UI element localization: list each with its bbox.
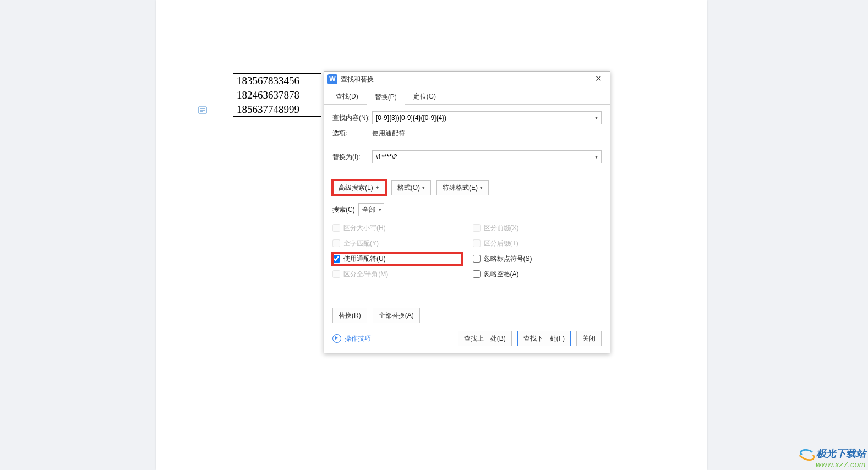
checkbox [332, 224, 340, 232]
table-row[interactable]: 183567833456 [233, 74, 321, 88]
dialog-body: 查找内容(N): ▾ 选项: 使用通配符 替换为(I): ▾ 高级搜索(L) ✦… [324, 105, 610, 353]
button-label: 全部替换(A) [379, 311, 414, 320]
search-scope-value: 全部 [362, 205, 375, 215]
phone-cell[interactable]: 182463637878 [233, 88, 321, 102]
tab-goto[interactable]: 定位(G) [405, 88, 444, 104]
close-button[interactable]: 关闭 [576, 331, 602, 346]
options-value: 使用通配符 [372, 129, 405, 138]
checkbox-label: 区分前缀(X) [484, 223, 519, 233]
check-whole-word: 全字匹配(Y) [332, 237, 462, 249]
special-format-button[interactable]: 特殊格式(E) ▾ [436, 180, 489, 195]
advanced-search-button[interactable]: 高级搜索(L) ✦ [332, 180, 386, 195]
chevron-down-icon: ▾ [379, 207, 381, 212]
button-label: 高级搜索(L) [339, 183, 373, 193]
checkbox[interactable] [473, 255, 481, 263]
find-next-button[interactable]: 查找下一处(F) [517, 331, 571, 346]
format-button[interactable]: 格式(O) ▾ [391, 180, 431, 195]
phone-cell[interactable]: 185637748999 [233, 102, 321, 117]
phone-table[interactable]: 183567833456 182463637878 185637748999 [233, 73, 321, 117]
close-icon[interactable]: ✕ [587, 72, 610, 87]
button-label: 查找下一处(F) [523, 334, 565, 343]
check-ignore-space[interactable]: 忽略空格(A) [473, 268, 602, 280]
collapse-up-icon: ✦ [375, 185, 380, 190]
table-row[interactable]: 185637748999 [233, 102, 321, 117]
chevron-down-icon[interactable]: ▾ [591, 151, 601, 163]
search-options-grid: 区分大小写(H) 区分前缀(X) 全字匹配(Y) 区分后缀(T) 使用通配符(U… [332, 222, 602, 280]
checkbox [332, 270, 340, 278]
checkbox-label: 区分大小写(H) [343, 223, 386, 233]
tips-link[interactable]: 操作技巧 [332, 334, 371, 343]
dialog-tabs: 查找(D) 替换(P) 定位(G) [324, 87, 610, 105]
dialog-title: 查找和替换 [341, 75, 374, 84]
checkbox [332, 239, 340, 247]
button-label: 替换(R) [339, 311, 361, 320]
replace-all-button[interactable]: 全部替换(A) [373, 308, 420, 323]
replace-with-label: 替换为(I): [332, 152, 372, 162]
watermark-title: 极光下载站 [816, 447, 866, 460]
check-suffix: 区分后缀(T) [473, 237, 602, 249]
find-content-label: 查找内容(N): [332, 113, 372, 123]
checkbox[interactable] [473, 270, 481, 278]
watermark-url: www.xz7.com [798, 460, 866, 469]
table-row[interactable]: 182463637878 [233, 88, 321, 102]
replace-with-combo[interactable]: ▾ [372, 150, 602, 163]
button-label: 格式(O) [397, 183, 420, 193]
search-scope-label: 搜索(C) [332, 205, 355, 215]
replace-button[interactable]: 替换(R) [332, 308, 367, 323]
tab-find[interactable]: 查找(D) [327, 88, 367, 104]
checkbox [473, 239, 481, 247]
check-wildcard[interactable]: 使用通配符(U) [332, 253, 462, 265]
check-prefix: 区分前缀(X) [473, 222, 602, 234]
find-prev-button[interactable]: 查找上一处(B) [458, 331, 512, 346]
phone-cell[interactable]: 183567833456 [233, 74, 321, 88]
find-replace-dialog: W 查找和替换 ✕ 查找(D) 替换(P) 定位(G) 查找内容(N): ▾ 选… [324, 71, 610, 353]
checkbox-label: 使用通配符(U) [343, 254, 386, 264]
button-label: 关闭 [582, 334, 596, 343]
options-label: 选项: [332, 129, 372, 138]
checkbox-label: 区分全/半角(M) [343, 270, 388, 279]
check-full-half: 区分全/半角(M) [332, 268, 462, 280]
watermark-swoosh-icon [798, 448, 814, 459]
replace-with-input[interactable] [373, 151, 591, 163]
check-case: 区分大小写(H) [332, 222, 462, 234]
button-label: 查找上一处(B) [464, 334, 506, 343]
checkbox [473, 224, 481, 232]
app-icon: W [327, 74, 337, 84]
chevron-down-icon[interactable]: ▾ [591, 112, 601, 124]
checkbox-label: 区分后缀(T) [484, 239, 518, 248]
checkbox-label: 忽略空格(A) [484, 270, 519, 279]
checkbox[interactable] [332, 255, 340, 263]
check-ignore-punct[interactable]: 忽略标点符号(S) [473, 253, 602, 265]
checkbox-label: 忽略标点符号(S) [484, 254, 532, 264]
chevron-down-icon: ▾ [422, 185, 425, 190]
chevron-down-icon: ▾ [480, 185, 483, 190]
button-label: 特殊格式(E) [443, 183, 478, 193]
find-content-input[interactable] [373, 112, 591, 124]
section-icon [198, 106, 207, 115]
dialog-titlebar[interactable]: W 查找和替换 ✕ [324, 72, 610, 87]
tips-label: 操作技巧 [345, 334, 371, 343]
tab-replace[interactable]: 替换(P) [367, 89, 405, 105]
play-icon [332, 334, 341, 343]
watermark: 极光下载站 www.xz7.com [798, 447, 866, 469]
checkbox-label: 全字匹配(Y) [343, 239, 379, 248]
search-scope-select[interactable]: 全部 ▾ [358, 203, 384, 216]
find-content-combo[interactable]: ▾ [372, 111, 602, 124]
